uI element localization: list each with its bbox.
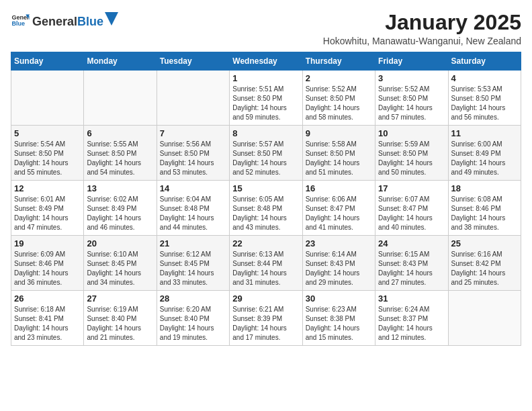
day-number: 2: [306, 73, 372, 83]
day-info: Sunrise: 6:13 AMSunset: 8:44 PMDaylight:…: [232, 250, 299, 287]
month-title: January 2025: [323, 11, 521, 34]
day-info: Sunrise: 6:10 AMSunset: 8:45 PMDaylight:…: [87, 250, 153, 287]
page-header: General Blue General Blue January 2025 H…: [11, 11, 521, 46]
calendar-cell: 10Sunrise: 5:59 AMSunset: 8:50 PMDayligh…: [375, 126, 448, 181]
day-info: Sunrise: 6:16 AMSunset: 8:42 PMDaylight:…: [451, 250, 518, 287]
calendar-cell: 22Sunrise: 6:13 AMSunset: 8:44 PMDayligh…: [230, 236, 302, 291]
day-number: 4: [451, 73, 518, 83]
weekday-header-monday: Monday: [84, 52, 157, 71]
calendar-cell: 11Sunrise: 6:00 AMSunset: 8:49 PMDayligh…: [448, 126, 521, 181]
weekday-header-thursday: Thursday: [302, 52, 375, 71]
svg-marker-4: [105, 12, 118, 26]
calendar-cell: 16Sunrise: 6:06 AMSunset: 8:47 PMDayligh…: [302, 181, 375, 236]
day-info: Sunrise: 5:52 AMSunset: 8:50 PMDaylight:…: [378, 85, 445, 122]
day-info: Sunrise: 5:56 AMSunset: 8:50 PMDaylight:…: [160, 140, 226, 177]
calendar-cell: 12Sunrise: 6:01 AMSunset: 8:49 PMDayligh…: [11, 181, 84, 236]
day-number: 12: [14, 183, 81, 193]
calendar-cell: 15Sunrise: 6:05 AMSunset: 8:48 PMDayligh…: [230, 181, 302, 236]
calendar-cell: 24Sunrise: 6:15 AMSunset: 8:43 PMDayligh…: [375, 236, 448, 291]
day-info: Sunrise: 5:57 AMSunset: 8:50 PMDaylight:…: [232, 140, 299, 177]
weekday-header-friday: Friday: [375, 52, 448, 71]
day-number: 26: [14, 293, 81, 304]
calendar-cell: 1Sunrise: 5:51 AMSunset: 8:50 PMDaylight…: [230, 71, 302, 126]
day-info: Sunrise: 6:12 AMSunset: 8:45 PMDaylight:…: [160, 250, 226, 287]
calendar-cell: 21Sunrise: 6:12 AMSunset: 8:45 PMDayligh…: [157, 236, 229, 291]
calendar-week-row: 5Sunrise: 5:54 AMSunset: 8:50 PMDaylight…: [11, 126, 521, 181]
day-info: Sunrise: 5:53 AMSunset: 8:50 PMDaylight:…: [451, 85, 518, 122]
day-number: 13: [87, 183, 153, 193]
logo-icon: General Blue: [11, 11, 30, 30]
calendar-cell: 2Sunrise: 5:52 AMSunset: 8:50 PMDaylight…: [302, 71, 375, 126]
calendar-cell: 19Sunrise: 6:09 AMSunset: 8:46 PMDayligh…: [11, 236, 84, 291]
day-number: 17: [378, 183, 445, 193]
calendar-cell: 18Sunrise: 6:08 AMSunset: 8:46 PMDayligh…: [448, 181, 521, 236]
weekday-header-wednesday: Wednesday: [230, 52, 302, 71]
day-info: Sunrise: 5:59 AMSunset: 8:50 PMDaylight:…: [378, 140, 445, 177]
day-number: 11: [451, 128, 518, 138]
calendar-cell: 13Sunrise: 6:02 AMSunset: 8:49 PMDayligh…: [84, 181, 157, 236]
calendar-cell: 5Sunrise: 5:54 AMSunset: 8:50 PMDaylight…: [11, 126, 84, 181]
calendar-cell: [11, 71, 84, 126]
calendar-week-row: 1Sunrise: 5:51 AMSunset: 8:50 PMDaylight…: [11, 71, 521, 126]
calendar-cell: 23Sunrise: 6:14 AMSunset: 8:43 PMDayligh…: [302, 236, 375, 291]
calendar-cell: 14Sunrise: 6:04 AMSunset: 8:48 PMDayligh…: [157, 181, 229, 236]
calendar-cell: 20Sunrise: 6:10 AMSunset: 8:45 PMDayligh…: [84, 236, 157, 291]
svg-text:Blue: Blue: [11, 20, 25, 27]
calendar-table: SundayMondayTuesdayWednesdayThursdayFrid…: [11, 52, 521, 346]
calendar-cell: 29Sunrise: 6:21 AMSunset: 8:39 PMDayligh…: [230, 291, 302, 346]
day-number: 28: [160, 293, 226, 304]
day-info: Sunrise: 6:19 AMSunset: 8:40 PMDaylight:…: [87, 305, 153, 342]
calendar-cell: 27Sunrise: 6:19 AMSunset: 8:40 PMDayligh…: [84, 291, 157, 346]
day-number: 10: [378, 128, 445, 138]
day-number: 20: [87, 238, 153, 248]
day-number: 3: [378, 73, 445, 83]
weekday-header-tuesday: Tuesday: [157, 52, 229, 71]
calendar-cell: 8Sunrise: 5:57 AMSunset: 8:50 PMDaylight…: [230, 126, 302, 181]
day-info: Sunrise: 5:54 AMSunset: 8:50 PMDaylight:…: [14, 140, 81, 177]
day-number: 14: [160, 183, 226, 193]
calendar-week-row: 12Sunrise: 6:01 AMSunset: 8:49 PMDayligh…: [11, 181, 521, 236]
day-info: Sunrise: 5:51 AMSunset: 8:50 PMDaylight:…: [232, 85, 299, 122]
day-info: Sunrise: 6:09 AMSunset: 8:46 PMDaylight:…: [14, 250, 81, 287]
calendar-cell: 6Sunrise: 5:55 AMSunset: 8:50 PMDaylight…: [84, 126, 157, 181]
calendar-cell: 28Sunrise: 6:20 AMSunset: 8:40 PMDayligh…: [157, 291, 229, 346]
day-info: Sunrise: 6:20 AMSunset: 8:40 PMDaylight:…: [160, 305, 226, 342]
day-info: Sunrise: 6:24 AMSunset: 8:37 PMDaylight:…: [378, 305, 445, 342]
day-number: 29: [232, 293, 299, 304]
day-number: 6: [87, 128, 153, 138]
day-number: 1: [232, 73, 299, 83]
calendar-cell: [448, 291, 521, 346]
day-info: Sunrise: 6:23 AMSunset: 8:38 PMDaylight:…: [306, 305, 372, 342]
day-info: Sunrise: 6:08 AMSunset: 8:46 PMDaylight:…: [451, 195, 518, 232]
day-number: 23: [306, 238, 372, 248]
day-number: 8: [232, 128, 299, 138]
title-section: January 2025 Hokowhitu, Manawatu-Wanganu…: [323, 11, 521, 46]
day-number: 25: [451, 238, 518, 248]
day-number: 24: [378, 238, 445, 248]
day-number: 22: [232, 238, 299, 248]
calendar-cell: 7Sunrise: 5:56 AMSunset: 8:50 PMDaylight…: [157, 126, 229, 181]
day-info: Sunrise: 6:18 AMSunset: 8:41 PMDaylight:…: [14, 305, 81, 342]
day-info: Sunrise: 6:07 AMSunset: 8:47 PMDaylight:…: [378, 195, 445, 232]
day-info: Sunrise: 5:58 AMSunset: 8:50 PMDaylight:…: [306, 140, 372, 177]
location-subtitle: Hokowhitu, Manawatu-Wanganui, New Zealan…: [323, 36, 521, 46]
logo-general-text: General: [32, 15, 77, 29]
day-info: Sunrise: 6:04 AMSunset: 8:48 PMDaylight:…: [160, 195, 226, 232]
calendar-cell: 9Sunrise: 5:58 AMSunset: 8:50 PMDaylight…: [302, 126, 375, 181]
calendar-cell: 30Sunrise: 6:23 AMSunset: 8:38 PMDayligh…: [302, 291, 375, 346]
day-info: Sunrise: 6:21 AMSunset: 8:39 PMDaylight:…: [232, 305, 299, 342]
day-number: 18: [451, 183, 518, 193]
calendar-cell: 4Sunrise: 5:53 AMSunset: 8:50 PMDaylight…: [448, 71, 521, 126]
calendar-week-row: 19Sunrise: 6:09 AMSunset: 8:46 PMDayligh…: [11, 236, 521, 291]
calendar-cell: 17Sunrise: 6:07 AMSunset: 8:47 PMDayligh…: [375, 181, 448, 236]
logo-blue-text: Blue: [77, 15, 103, 29]
day-info: Sunrise: 6:01 AMSunset: 8:49 PMDaylight:…: [14, 195, 81, 232]
day-info: Sunrise: 6:06 AMSunset: 8:47 PMDaylight:…: [306, 195, 372, 232]
weekday-header-sunday: Sunday: [11, 52, 84, 71]
weekday-header-saturday: Saturday: [448, 52, 521, 71]
day-number: 27: [87, 293, 153, 304]
day-number: 7: [160, 128, 226, 138]
weekday-header-row: SundayMondayTuesdayWednesdayThursdayFrid…: [11, 52, 521, 71]
calendar-week-row: 26Sunrise: 6:18 AMSunset: 8:41 PMDayligh…: [11, 291, 521, 346]
day-info: Sunrise: 6:05 AMSunset: 8:48 PMDaylight:…: [232, 195, 299, 232]
